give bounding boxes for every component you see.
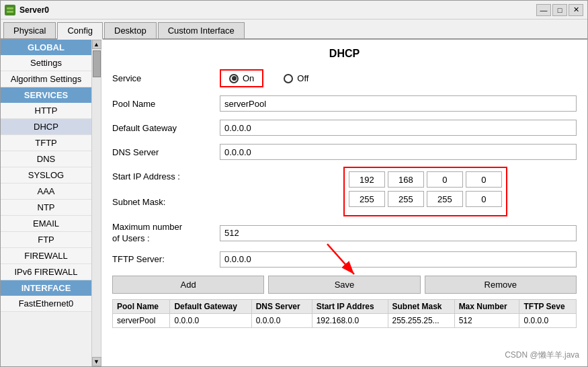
titlebar-controls: — □ ✕ xyxy=(536,4,583,16)
start-ip-label: Start IP Address : xyxy=(112,171,220,181)
cell-tftp-server: 0.0.0.0 xyxy=(519,313,577,327)
tab-physical[interactable]: Physical xyxy=(3,22,56,38)
max-users-input[interactable] xyxy=(220,225,577,241)
sidebar: GLOBAL Settings Algorithm Settings SERVI… xyxy=(1,40,101,366)
main-window: Server0 — □ ✕ Physical Config Desktop Cu… xyxy=(0,0,588,367)
add-button[interactable]: Add xyxy=(112,276,264,294)
tab-config[interactable]: Config xyxy=(57,22,103,40)
cell-pool-name: serverPool xyxy=(113,313,170,327)
cell-max-number: 512 xyxy=(454,313,519,327)
svg-rect-0 xyxy=(7,7,13,9)
radio-off-indicator xyxy=(284,74,293,83)
subnet-octet1[interactable] xyxy=(349,191,385,207)
subnet-octet3[interactable] xyxy=(427,191,463,207)
panel-title: DHCP xyxy=(112,48,577,60)
close-button[interactable]: ✕ xyxy=(569,4,583,16)
dns-server-input[interactable] xyxy=(220,144,577,160)
scroll-up-arrow[interactable]: ▲ xyxy=(92,40,101,49)
sidebar-item-algorithm[interactable]: Algorithm Settings xyxy=(1,71,91,87)
scroll-down-arrow[interactable]: ▼ xyxy=(92,357,101,366)
tftp-server-row: TFTP Server: xyxy=(112,250,577,269)
start-ip-inputs xyxy=(349,171,502,188)
sidebar-item-email[interactable]: EMAIL xyxy=(1,216,91,232)
cell-default-gateway: 0.0.0.0 xyxy=(170,313,251,327)
col-pool-name: Pool Name xyxy=(113,299,170,313)
watermark: CSDN @懒羊羊.java xyxy=(505,350,579,361)
sidebar-section-services: SERVICES xyxy=(1,87,91,103)
sidebar-item-ipv6-firewall[interactable]: IPv6 FIREWALL xyxy=(1,264,91,280)
subnet-label: Subnet Mask: xyxy=(112,197,220,207)
dns-server-label: DNS Server xyxy=(112,147,220,157)
table-header-row: Pool Name Default Gateway DNS Server Sta… xyxy=(113,299,577,313)
col-max-number: Max Number xyxy=(454,299,519,313)
dns-server-row: DNS Server xyxy=(112,142,577,161)
sidebar-item-fastethernet0[interactable]: FastEthernet0 xyxy=(1,296,91,312)
default-gateway-label: Default Gateway xyxy=(112,123,220,133)
sidebar-item-dhcp[interactable]: DHCP xyxy=(1,119,91,135)
cell-dns-server: 0.0.0.0 xyxy=(251,313,312,327)
start-ip-octet2[interactable] xyxy=(388,171,424,188)
pool-name-label: Pool Name xyxy=(112,99,220,109)
pool-name-input[interactable] xyxy=(220,95,577,112)
max-users-row: Maximum numberof Users : xyxy=(112,222,577,245)
subnet-octet4[interactable] xyxy=(466,191,502,207)
subnet-octet2[interactable] xyxy=(388,191,424,207)
dhcp-table: Pool Name Default Gateway DNS Server Sta… xyxy=(112,299,577,328)
sidebar-item-dns[interactable]: DNS xyxy=(1,151,91,167)
sidebar-item-syslog[interactable]: SYSLOG xyxy=(1,167,91,184)
sidebar-scrollbar[interactable]: ▲ ▼ xyxy=(91,40,101,366)
sidebar-inner: GLOBAL Settings Algorithm Settings SERVI… xyxy=(1,40,91,366)
ip-labels-col: Start IP Address : Subnet Mask: xyxy=(112,167,343,216)
service-label: Service xyxy=(112,73,220,83)
button-row: Add Save Remove xyxy=(112,276,577,294)
titlebar: Server0 — □ ✕ xyxy=(1,1,587,19)
sidebar-item-settings[interactable]: Settings xyxy=(1,55,91,71)
svg-rect-1 xyxy=(7,11,13,13)
ip-inputs-box xyxy=(343,167,507,216)
ip-subnet-section: Start IP Address : Subnet Mask: xyxy=(112,167,577,216)
sidebar-section-global: GLOBAL xyxy=(1,40,91,55)
sidebar-item-tftp[interactable]: TFTP xyxy=(1,135,91,151)
cell-start-ip: 192.168.0.0 xyxy=(312,313,388,327)
dhcp-panel: DHCP Service On Off xyxy=(101,40,587,366)
sidebar-item-http[interactable]: HTTP xyxy=(1,103,91,119)
main-content: GLOBAL Settings Algorithm Settings SERVI… xyxy=(1,40,587,366)
col-dns-server: DNS Server xyxy=(251,299,312,313)
max-users-label: Maximum numberof Users : xyxy=(112,222,220,245)
minimize-button[interactable]: — xyxy=(536,4,551,16)
start-ip-row: Start IP Address : xyxy=(112,167,343,186)
tab-bar: Physical Config Desktop Custom Interface xyxy=(1,19,587,40)
scroll-thumb[interactable] xyxy=(93,50,101,77)
tab-custom-interface[interactable]: Custom Interface xyxy=(158,22,245,38)
default-gateway-input[interactable] xyxy=(220,120,577,136)
subnet-inputs xyxy=(349,191,502,207)
sidebar-item-firewall[interactable]: FIREWALL xyxy=(1,248,91,264)
window-title: Server0 xyxy=(19,5,49,15)
col-subnet-mask: Subnet Mask xyxy=(388,299,454,313)
start-ip-octet3[interactable] xyxy=(427,171,463,188)
tab-desktop[interactable]: Desktop xyxy=(104,22,157,38)
server-icon xyxy=(5,5,15,15)
start-ip-octet1[interactable] xyxy=(349,171,385,188)
col-default-gateway: Default Gateway xyxy=(170,299,251,313)
table-row[interactable]: serverPool 0.0.0.0 0.0.0.0 192.168.0.0 2… xyxy=(113,313,577,327)
cell-subnet-mask: 255.255.25... xyxy=(388,313,454,327)
service-row: Service On Off xyxy=(112,69,577,87)
service-off-label: Off xyxy=(297,73,308,83)
sidebar-item-ntp[interactable]: NTP xyxy=(1,200,91,216)
sidebar-item-aaa[interactable]: AAA xyxy=(1,184,91,200)
save-button[interactable]: Save xyxy=(268,276,420,294)
titlebar-left: Server0 xyxy=(5,5,49,15)
sidebar-item-ftp[interactable]: FTP xyxy=(1,232,91,248)
service-on-label: On xyxy=(243,73,254,83)
tftp-server-input[interactable] xyxy=(220,251,577,268)
tftp-server-label: TFTP Server: xyxy=(112,254,220,264)
service-off-option[interactable]: Off xyxy=(284,73,308,83)
subnet-row: Subnet Mask: xyxy=(112,192,343,211)
radio-on-indicator xyxy=(229,74,239,83)
sidebar-section-interface: INTERFACE xyxy=(1,280,91,296)
remove-button[interactable]: Remove xyxy=(425,276,577,294)
service-on-option[interactable]: On xyxy=(220,69,263,87)
start-ip-octet4[interactable] xyxy=(466,171,502,188)
maximize-button[interactable]: □ xyxy=(552,4,567,16)
